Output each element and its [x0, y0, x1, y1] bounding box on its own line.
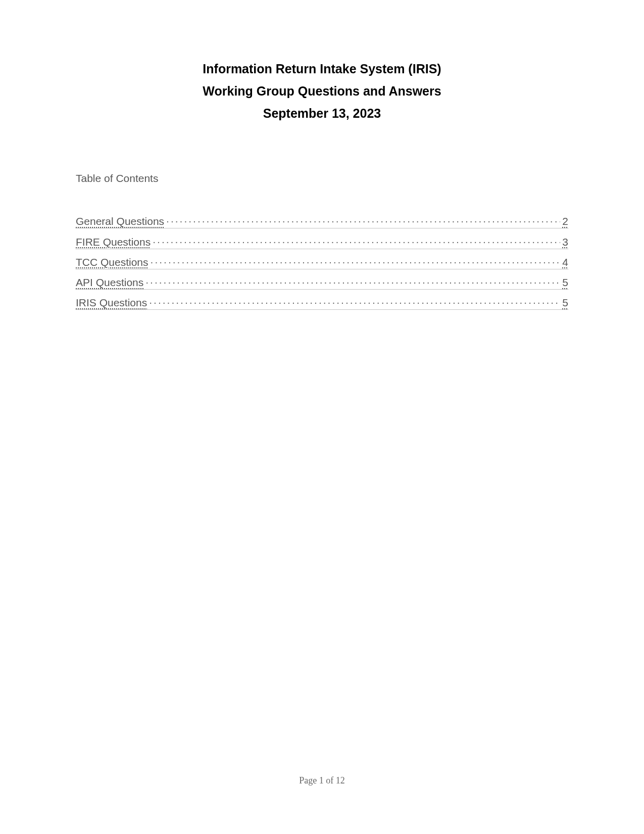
toc-page-number: 4: [562, 256, 568, 268]
toc-page-number: 5: [562, 297, 568, 309]
toc-leader: [145, 273, 560, 286]
toc-label: IRIS Questions: [76, 297, 147, 309]
toc-label: API Questions: [76, 276, 143, 289]
toc-item-tcc[interactable]: TCC Questions 4: [76, 253, 568, 269]
title-block: Information Return Intake System (IRIS) …: [76, 58, 568, 124]
toc-label: FIRE Questions: [76, 236, 151, 248]
toc-item-general[interactable]: General Questions 2: [76, 212, 568, 228]
toc-item-iris[interactable]: IRIS Questions 5: [76, 294, 568, 310]
page-footer: Page 1 of 12: [0, 775, 644, 786]
title-line-1: Information Return Intake System (IRIS): [76, 58, 568, 80]
title-line-2: Working Group Questions and Answers: [76, 80, 568, 103]
toc-leader: [151, 253, 561, 266]
toc-page-number: 3: [562, 236, 568, 248]
toc-leader: [166, 212, 560, 225]
toc-item-api[interactable]: API Questions 5: [76, 273, 568, 290]
toc-list: General Questions 2 FIRE Questions 3 TCC…: [76, 212, 568, 310]
toc-leader: [153, 233, 560, 245]
toc-heading: Table of Contents: [76, 172, 568, 184]
toc-item-fire[interactable]: FIRE Questions 3: [76, 233, 568, 249]
document-page: Information Return Intake System (IRIS) …: [0, 0, 644, 834]
title-line-3: September 13, 2023: [76, 103, 568, 125]
toc-leader: [149, 294, 560, 306]
toc-label: TCC Questions: [76, 256, 148, 268]
toc-page-number: 5: [562, 276, 568, 289]
toc-page-number: 2: [562, 215, 568, 227]
toc-label: General Questions: [76, 215, 164, 227]
